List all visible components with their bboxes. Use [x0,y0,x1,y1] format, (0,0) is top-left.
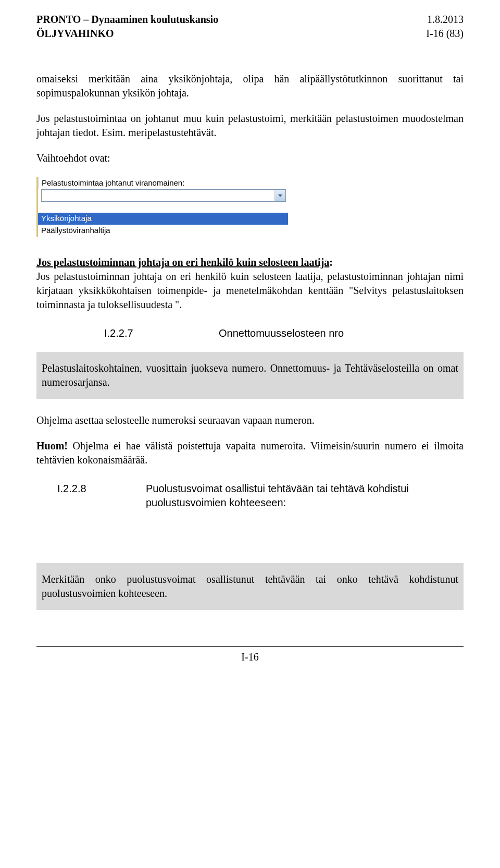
dropdown-input[interactable] [41,189,286,202]
section-number: I.2.2.8 [36,482,146,496]
header-page: I-16 (83) [426,27,464,41]
body-paragraph: Huom! Ohjelma ei hae välistä poistettuja… [36,439,464,467]
header-left: PRONTO – Dynaaminen koulutuskansio ÖLJYV… [36,13,218,41]
dropdown-screenshot: Pelastustoimintaa johtanut viranomainen:… [36,177,288,237]
dropdown-option-blank[interactable] [38,202,288,213]
header-right: 1.8.2013 I-16 (83) [426,13,464,41]
chevron-down-icon [278,194,282,197]
body-paragraph: Jos pelastustoiminnan johtaja on eri hen… [36,255,464,312]
page-header: PRONTO – Dynaaminen koulutuskansio ÖLJYV… [36,13,464,41]
section-heading: I.2.2.7 Onnettomuusselosteen nro [36,326,464,340]
body-paragraph: omaiseksi merkitään aina yksikönjohtaja,… [36,72,464,100]
body-paragraph: Vaihtoehdot ovat: [36,151,464,165]
inline-colon: : [329,256,333,268]
body-paragraph: Jos pelastustoimintaa on johtanut muu ku… [36,112,464,140]
info-box: Merkitään onko puolustusvoimat osallistu… [36,563,464,610]
dropdown-list: Yksikönjohtaja Päällystöviranhaltija [38,202,288,237]
section-heading: I.2.2.8 Puolustusvoimat osallistui tehtä… [36,482,464,510]
section-number: I.2.2.7 [36,326,219,340]
inline-heading: Jos pelastustoiminnan johtaja on eri hen… [36,256,329,268]
dropdown-value [42,190,274,201]
header-title-2: ÖLJYVAHINKO [36,27,218,41]
section-title: Puolustusvoimat osallistui tehtävään tai… [146,482,464,510]
header-title-1: PRONTO – Dynaaminen koulutuskansio [36,13,218,27]
dropdown-toggle[interactable] [274,190,285,201]
body-paragraph: Ohjelma asettaa selosteelle numeroksi se… [36,413,464,427]
info-box-text: Pelastuslaitoskohtainen, vuosittain juok… [42,361,458,389]
page-footer: I-16 [36,646,464,664]
dropdown-option[interactable]: Päällystöviranhaltija [38,225,288,236]
dropdown-label: Pelastustoimintaa johtanut viranomainen: [38,177,288,189]
dropdown-option[interactable]: Yksikönjohtaja [38,213,288,224]
note-text: Ohjelma ei hae välistä poistettuja vapai… [36,440,464,466]
info-box: Pelastuslaitoskohtainen, vuosittain juok… [36,352,464,399]
spacer [36,521,464,558]
header-date: 1.8.2013 [426,13,464,27]
body-text: Jos pelastustoiminnan johtaja on eri hen… [36,271,464,310]
section-title: Onnettomuusselosteen nro [219,326,464,340]
note-label: Huom! [36,440,68,451]
info-box-text: Merkitään onko puolustusvoimat osallistu… [42,572,458,601]
